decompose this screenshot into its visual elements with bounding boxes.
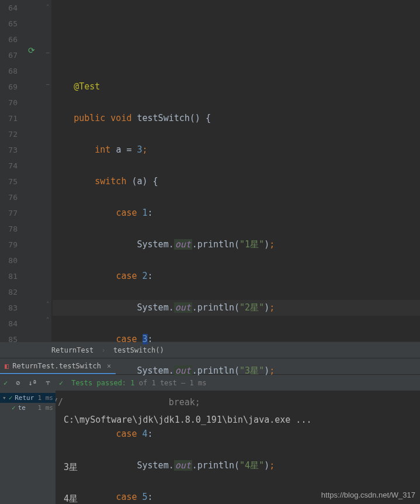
tree-node-return[interactable]: ▾ ✓ Retur 1 ms (0, 393, 55, 403)
console-line: C:\mySoftware\jdk\jdk1.8.0_191\bin\java.… (64, 412, 412, 428)
tab-label: ReturnTest.testSwitch (12, 358, 101, 374)
results-panel: ▾ ✓ Retur 1 ms ✓ te 1 ms C:\mySoftware\j… (0, 391, 420, 504)
tab-returntest-testswitch[interactable]: ◧ ReturnTest.testSwitch × (0, 358, 116, 374)
code-editor[interactable]: 6465666768697071727374757677787980818283… (0, 0, 420, 341)
breadcrumb-method[interactable]: testSwitch() (113, 346, 164, 354)
keyword-int: int (95, 144, 110, 155)
keyword-case: case (116, 208, 137, 218)
status-check-icon: ✓ (59, 379, 63, 387)
println-call: .println (192, 365, 234, 376)
method-name: testSwitch (137, 113, 190, 123)
check-icon: ✓ (12, 404, 16, 412)
check-icon[interactable]: ✓ (4, 379, 8, 387)
fold-marker-icon[interactable]: ⌃ (46, 316, 49, 322)
watermark-text: https://blog.csdn.net/W_317 (321, 491, 415, 499)
string-3: "3星" (239, 365, 264, 376)
println-call: .println (192, 239, 234, 250)
line-number-gutter: 6465666768697071727374757677787980818283… (0, 0, 22, 341)
tree-node-te[interactable]: ✓ te 1 ms (0, 403, 55, 413)
breadcrumb-separator-icon: › (101, 346, 105, 354)
out-field: out (174, 239, 192, 250)
string-2: "2星" (239, 302, 264, 313)
keyword-modifiers: public void (74, 113, 131, 123)
filter-icon[interactable]: ⥾ (45, 379, 51, 387)
code-content[interactable]: @Test public void testSwitch() { int a =… (51, 0, 420, 341)
fold-column[interactable]: ⌃ ─ ─ ⌃ ⌃ (46, 0, 51, 341)
out-field: out (174, 302, 192, 313)
fold-marker-icon[interactable]: ⌃ (46, 301, 49, 306)
test-tree[interactable]: ▾ ✓ Retur 1 ms ✓ te 1 ms (0, 391, 55, 504)
case-1-val: 1 (143, 208, 148, 218)
println-call: .println (192, 302, 234, 313)
out-field: out (174, 365, 192, 376)
check-icon: ✓ (9, 394, 13, 402)
keyword-case: case (116, 271, 137, 281)
system-ref: System. (137, 302, 174, 313)
close-icon[interactable]: × (107, 358, 111, 374)
var-a: a (116, 144, 121, 155)
tree-time: 1 ms (38, 404, 54, 412)
literal-3: 3 (137, 144, 143, 155)
sort-icon[interactable]: ↓ª (28, 379, 36, 387)
tree-label: Retur (15, 394, 34, 402)
console-output[interactable]: C:\mySoftware\jdk\jdk1.8.0_191\bin\java.… (55, 391, 420, 504)
console-line: 3星 (64, 460, 412, 475)
keyword-switch: switch (95, 176, 126, 187)
fold-marker-icon[interactable]: ⌃ (46, 4, 49, 9)
run-test-icon[interactable]: ⟳ (28, 46, 35, 55)
breadcrumb-class[interactable]: ReturnTest (51, 346, 93, 354)
string-1: "1星" (239, 239, 264, 250)
fold-marker-icon[interactable]: ─ (46, 82, 49, 88)
system-ref: System. (137, 365, 174, 376)
tests-passed-text: Tests passed: 1 of 1 test – 1 ms (71, 379, 206, 387)
fold-marker-icon[interactable]: ─ (46, 50, 49, 56)
tree-time: 1 ms (38, 394, 54, 402)
block-icon[interactable]: ⊘ (16, 379, 20, 387)
var-a-ref: a (137, 176, 143, 187)
annotation: @Test (74, 81, 100, 92)
system-ref: System. (137, 239, 174, 250)
tree-label: te (18, 404, 26, 412)
gutter-icon-column: ⟳ (22, 0, 46, 341)
run-config-icon: ◧ (5, 358, 9, 374)
case-2-val: 2 (143, 271, 148, 281)
